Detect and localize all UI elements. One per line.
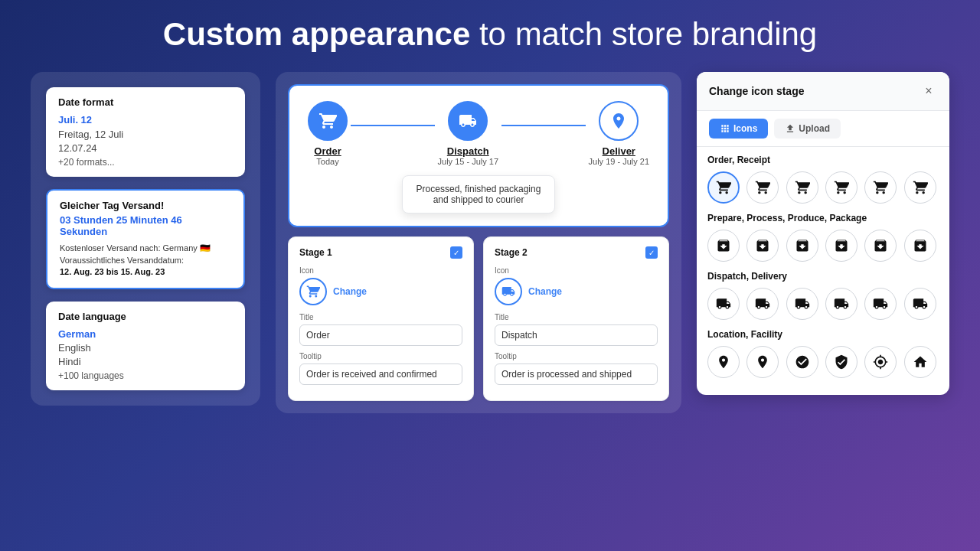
upload-tab-icon xyxy=(785,123,795,134)
icon-cell-location-5[interactable] xyxy=(864,346,897,378)
stage-1-tooltip-input[interactable] xyxy=(299,364,462,385)
icon-cell-location-6[interactable] xyxy=(904,346,936,378)
stage-1-icon-circle xyxy=(299,278,327,305)
shipping-title: Gleicher Tag Versand! xyxy=(60,200,231,211)
stage-2-card: Stage 2 ✓ Icon Change Title Tooltip xyxy=(483,236,669,401)
dispatch-step-date: July 15 - July 17 xyxy=(438,157,498,166)
date-language-label: Date language xyxy=(58,311,233,322)
date-format-selected[interactable]: Juli. 12 xyxy=(58,114,233,126)
tracker-steps: Order Today Dispatch July 15 - July 17 xyxy=(308,101,649,166)
stage-1-header: Stage 1 ✓ xyxy=(299,246,462,259)
stage-2-tooltip-input[interactable] xyxy=(495,364,658,385)
icon-cell-order-5[interactable] xyxy=(864,171,897,204)
order-receipt-title: Order, Receipt xyxy=(707,155,939,165)
icon-cell-dispatch-4[interactable] xyxy=(825,288,858,320)
close-button[interactable]: × xyxy=(920,83,937,99)
date-format-label: Date format xyxy=(58,96,233,108)
stage-1-cart-icon xyxy=(306,285,320,298)
order-step-title: Order xyxy=(314,145,341,157)
icon-cell-location-3[interactable] xyxy=(786,346,818,378)
date-format-card: Date format Juli. 12 Freitag, 12 Juli 12… xyxy=(46,87,245,177)
icon-cell-dispatch-3[interactable] xyxy=(786,288,818,320)
order-step-label: Order Today xyxy=(314,145,341,166)
stage-2-change-link[interactable]: Change xyxy=(528,286,562,297)
right-panel: Change icon stage × Icons Upload Order, … xyxy=(697,72,949,395)
icon-cell-dispatch-5[interactable] xyxy=(864,288,897,320)
icon-cell-prepare-4[interactable] xyxy=(825,230,858,262)
shipping-card: Gleicher Tag Versand! 03 Stunden 25 Minu… xyxy=(46,189,245,289)
dispatch-icon xyxy=(459,112,477,130)
package-icon-5 xyxy=(873,238,888,253)
stage-2-icon-label: Icon xyxy=(495,266,658,275)
step-line-1 xyxy=(351,125,435,126)
date-language-selected[interactable]: German xyxy=(58,328,233,340)
dispatch-step-title: Dispatch xyxy=(438,145,498,157)
dispatch-icon-circle xyxy=(448,101,488,141)
stage-2-icon-circle xyxy=(495,278,522,305)
icon-cell-prepare-1[interactable] xyxy=(707,230,740,262)
tracker-step-deliver: Deliver July 19 - July 21 xyxy=(589,101,649,166)
date-language-more[interactable]: +100 languages xyxy=(58,370,233,381)
order-cart-3 xyxy=(795,180,810,195)
date-language-option-2[interactable]: Hindi xyxy=(58,356,233,367)
stage-2-check[interactable]: ✓ xyxy=(645,246,658,259)
check-circle-icon xyxy=(795,354,810,370)
package-icon-1 xyxy=(716,238,731,253)
icon-cell-dispatch-6[interactable] xyxy=(904,288,936,320)
stage-1-check[interactable]: ✓ xyxy=(450,246,462,259)
right-panel-header: Change icon stage × xyxy=(697,72,949,111)
cart-icon xyxy=(318,112,337,130)
truck-icon-4 xyxy=(834,296,849,311)
stage-2-title-label: Title xyxy=(495,313,658,321)
stage-1-change-link[interactable]: Change xyxy=(333,286,367,297)
date-format-more[interactable]: +20 formats... xyxy=(58,157,233,168)
dispatch-delivery-title: Dispatch, Delivery xyxy=(707,271,939,282)
icon-cell-prepare-3[interactable] xyxy=(786,230,818,262)
truck-icon-1 xyxy=(716,296,731,311)
deliver-step-date: July 19 - July 21 xyxy=(589,157,649,166)
tracker-tooltip: Processed, finished packaging and shippe… xyxy=(402,175,555,214)
package-icon-2 xyxy=(755,238,770,253)
icon-cell-dispatch-1[interactable] xyxy=(707,288,740,320)
package-icon-4 xyxy=(834,238,849,253)
prepare-title: Prepare, Process, Produce, Package xyxy=(707,213,939,223)
date-format-option-2[interactable]: 12.07.24 xyxy=(58,142,233,154)
stage-1-tooltip-label: Tooltip xyxy=(299,352,462,360)
icon-cell-dispatch-2[interactable] xyxy=(746,288,779,320)
shipping-date-range: 12. Aug. 23 bis 15. Aug. 23 xyxy=(60,267,231,276)
icons-tab-icon xyxy=(720,123,730,134)
icon-cell-location-4[interactable] xyxy=(825,346,858,378)
icon-cell-order-1[interactable] xyxy=(707,171,740,204)
stage-1-card: Stage 1 ✓ Icon Change Title Tooltip xyxy=(288,236,474,401)
dispatch-delivery-grid xyxy=(707,288,939,320)
icon-cell-location-1[interactable] xyxy=(707,346,740,378)
stages-row: Stage 1 ✓ Icon Change Title Tooltip xyxy=(288,236,669,401)
icon-cell-order-3[interactable] xyxy=(786,171,818,204)
date-language-option-1[interactable]: English xyxy=(58,342,233,354)
icon-cell-prepare-6[interactable] xyxy=(904,230,936,262)
icon-cell-order-4[interactable] xyxy=(825,171,858,204)
icon-cell-order-2[interactable] xyxy=(746,171,779,204)
stage-1-title-input[interactable] xyxy=(299,324,462,346)
icon-cell-location-2[interactable] xyxy=(746,346,779,378)
prepare-grid xyxy=(707,230,939,262)
stage-2-icon-row: Change xyxy=(495,278,658,305)
package-icon-3 xyxy=(795,238,810,253)
order-cart-6 xyxy=(913,180,928,195)
tab-upload[interactable]: Upload xyxy=(774,119,841,139)
location-facility-grid xyxy=(707,346,939,378)
stage-2-title-input[interactable] xyxy=(495,324,658,346)
stage-2-truck-icon xyxy=(501,285,515,298)
panels-container: Date format Juli. 12 Freitag, 12 Juli 12… xyxy=(31,72,949,413)
location-facility-title: Location, Facility xyxy=(707,329,939,340)
icon-cell-prepare-2[interactable] xyxy=(746,230,779,262)
location-icon xyxy=(609,112,628,130)
date-format-option-1[interactable]: Freitag, 12 Juli xyxy=(58,129,233,140)
tab-icons[interactable]: Icons xyxy=(709,119,768,139)
icon-cell-prepare-5[interactable] xyxy=(864,230,897,262)
location-target-icon xyxy=(873,354,888,370)
icon-cell-order-6[interactable] xyxy=(904,171,936,204)
dispatch-step-label: Dispatch July 15 - July 17 xyxy=(438,145,498,166)
shipping-line2: Voraussichtliches Versanddatum: xyxy=(60,256,231,265)
check-shield-icon xyxy=(834,354,849,370)
